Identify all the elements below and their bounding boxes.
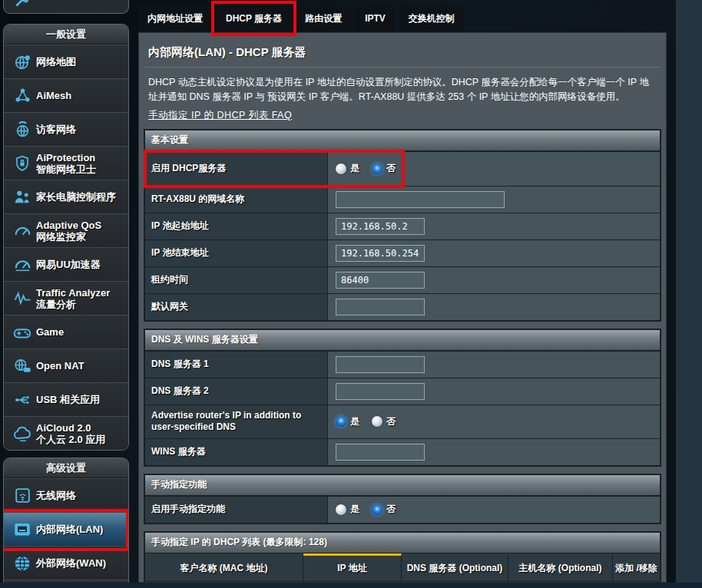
content-panel: 内部网络(LAN) - DHCP 服务器 DHCP 动态主机设定协议是为使用在 … [138,32,667,583]
sidebar-item-wireless[interactable]: 无线网络 [4,478,128,512]
sidebar-item-label: 网络地图 [36,56,76,68]
tab-iptv[interactable]: IPTV [356,5,395,32]
radio-yes-control[interactable] [336,416,346,427]
usb-icon [8,390,36,409]
sidebar-item-open-nat[interactable]: Open NAT [4,349,128,382]
wan-globe-icon [8,553,36,573]
sidebar-item-traffic-analyzer[interactable]: Traffic Analyzer 流量分析 [4,281,128,315]
sidebar-item-label: AiMesh [36,90,71,101]
sidebar-item-adaptive-qos[interactable]: Adaptive QoS 网络监控家 [4,213,128,247]
sidebar-item-label: USB 相关应用 [36,394,100,405]
sidebar-item-label: 无线网络 [36,490,76,501]
sidebar-partial-top-box [3,0,129,14]
wins-server-input[interactable] [336,444,425,461]
radio-yes-label[interactable]: 是 [350,415,359,428]
section-title: 手动指定功能 [145,475,660,496]
tab-label: 路由设置 [305,13,342,24]
guest-network-icon [8,120,36,139]
sidebar-item-wan[interactable]: 外部网络(WAN) [4,546,128,580]
tab-label: IPTV [365,13,386,24]
radio-yes-label[interactable]: 是 [350,503,359,516]
sidebar-item-lan[interactable]: 内部网络(LAN) [4,512,128,546]
sidebar-item-label: 访客网络 [36,124,76,135]
domain-name-input[interactable] [336,191,505,208]
row-dns2: DNS 服务器 2 [145,378,660,405]
row-domain-name: RT-AX88U 的网域名称 [145,186,660,213]
enable-dhcp-radio-group: 是 否 [336,162,403,175]
adaptive-qos-gauge-icon [8,221,36,240]
radio-no-control[interactable] [372,504,382,515]
radio-no-control[interactable] [372,164,382,174]
col-header-client-mac: 客户名称 (MAC 地址) [145,553,303,581]
section-title: 基本设置 [145,130,660,151]
field-label: 启用手动指定功能 [145,497,328,523]
sidebar-item-network-map[interactable]: 网络地图 [4,45,128,78]
dns1-input[interactable] [336,356,425,373]
sidebar-item-aicloud[interactable]: AiCloud 2.0 个人云 2.0 应用 [4,416,128,450]
open-nat-icon [8,356,36,375]
sidebar-item-label: AiProtection [36,152,95,164]
row-default-gateway: 默认网关 [145,293,660,320]
uu-booster-gauge-icon [8,255,36,274]
sidebar-item-game[interactable]: Game [4,315,128,349]
sidebar-item-aimesh[interactable]: AiMesh [4,78,128,112]
section-title: DNS 及 WINS 服务器设置 [145,330,660,351]
sidebar-group-title: 一般设置 [4,25,128,45]
sidebar-item-sublabel: 智能网络卫士 [36,164,96,175]
radio-yes[interactable]: 是 [336,162,359,175]
radio-no[interactable]: 否 [372,162,396,175]
lease-time-input[interactable] [336,272,425,289]
row-advertise-router-ip: Advertise router's IP in addition to use… [145,405,660,438]
radio-no[interactable]: 否 [372,415,396,428]
sidebar-item-usb-apps[interactable]: USB 相关应用 [4,382,128,416]
radio-no-label[interactable]: 否 [386,503,396,516]
pool-start-input[interactable] [336,218,425,235]
field-label: Advertise router's IP in addition to use… [145,405,328,438]
sidebar-item-label: Adaptive QoS [36,220,101,231]
radio-yes[interactable]: 是 [336,503,359,516]
main-content: 内网地址设置 DHCP 服务器 路由设置 IPTV 交换机控制 内部网络(LAN… [138,0,667,583]
tab-lan-ip[interactable]: 内网地址设置 [138,5,212,32]
pool-end-input[interactable] [336,245,425,262]
tab-switch-control[interactable]: 交换机控制 [399,5,464,32]
faq-link[interactable]: 手动指定 IP 的 DHCP 列表 FAQ [148,109,292,122]
section-title: 手动指定 IP 的 DHCP 列表 (最多限制: 128) [145,533,660,553]
sidebar-item-parental-controls[interactable]: 家长电脑控制程序 [4,180,128,213]
sidebar-group-title: 高级设置 [4,458,128,478]
page-title: 内部网络(LAN) - DHCP 服务器 [148,45,658,60]
sidebar-item-aiprotection[interactable]: AiProtection 智能网络卫士 [4,146,128,180]
field-label: DNS 服务器 2 [145,378,328,405]
bottom-edge-strip [0,583,702,588]
radio-yes-control[interactable] [336,504,346,515]
gamepad-icon [8,322,36,342]
radio-yes[interactable]: 是 [336,415,359,428]
tab-route[interactable]: 路由设置 [296,5,351,32]
tab-label: DHCP 服务器 [226,13,282,24]
title-divider [145,66,660,68]
enable-manual-radio-group: 是 否 [336,503,403,516]
field-label: 启用 DHCP服务器 [145,152,328,186]
sidebar-item-sublabel: 个人云 2.0 应用 [36,434,105,445]
radio-no[interactable]: 否 [372,503,396,516]
sidebar-item-guest-network[interactable]: 访客网络 [4,112,128,146]
radio-no-label[interactable]: 否 [386,162,396,175]
sidebar-item-uu-booster[interactable]: 网易UU加速器 [4,247,128,281]
sidebar-item-label: AiCloud 2.0 [36,422,91,434]
dns2-input[interactable] [336,383,425,400]
col-header-hostname: 主机名称 (Optional) [508,553,613,581]
radio-yes-control[interactable] [336,164,346,174]
parental-controls-icon [8,187,36,206]
radio-no-control[interactable] [372,416,382,427]
lan-icon [8,520,36,540]
field-label: 默认网关 [145,294,328,320]
radio-no-label[interactable]: 否 [386,415,396,428]
row-lease-time: 租约时间 [145,266,660,293]
row-enable-manual: 启用手动指定功能 是 否 [145,496,660,523]
default-gateway-input[interactable] [336,299,425,315]
field-label: IP 池结束地址 [145,240,328,266]
wireless-icon [8,486,36,505]
sidebar-item-label: 外部网络(WAN) [36,557,106,569]
tab-label: 内网地址设置 [147,13,203,24]
radio-yes-label[interactable]: 是 [350,162,359,175]
tab-dhcp-server[interactable]: DHCP 服务器 [217,5,291,32]
